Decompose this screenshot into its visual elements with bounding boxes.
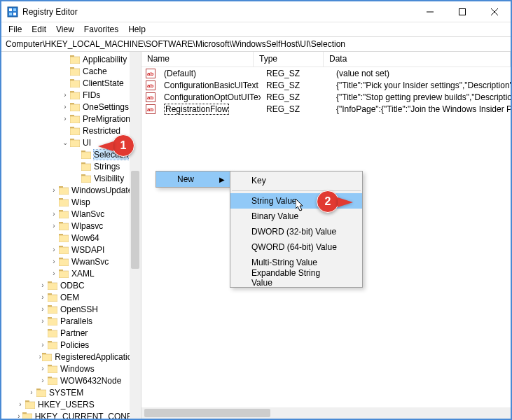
chevron-right-icon[interactable]: ›	[15, 412, 22, 419]
tree-node[interactable]: ›WwanSvc	[1, 255, 141, 267]
svg-rect-70	[22, 414, 32, 419]
context-menu-item[interactable]: Expandable String Value	[230, 270, 362, 286]
tree-vscrollbar[interactable]	[130, 52, 141, 419]
chevron-right-icon[interactable]: ›	[15, 400, 25, 408]
tree-node[interactable]: ›OneSettings	[1, 101, 141, 113]
value-data: {"InfoPage":{"Title":"Join the Windows I…	[331, 104, 511, 114]
chevron-right-icon[interactable]: ›	[38, 293, 48, 301]
tree-node[interactable]: ›PreMigration	[1, 113, 141, 125]
close-button[interactable]	[478, 1, 511, 22]
address-bar[interactable]: Computer\HKEY_LOCAL_MACHINE\SOFTWARE\Mic…	[1, 36, 511, 52]
tree-node[interactable]: ›FIDs	[1, 89, 141, 101]
chevron-right-icon[interactable]: ›	[60, 115, 70, 122]
tree-node[interactable]: ClientState	[1, 77, 141, 89]
chevron-right-icon[interactable]: ›	[49, 270, 59, 277]
chevron-right-icon[interactable]: ›	[60, 91, 70, 99]
tree-node-label: Windows	[60, 364, 95, 374]
tree-node-label: FIDs	[83, 90, 100, 100]
tree-node[interactable]: ›XAML	[1, 267, 141, 279]
context-submenu-new[interactable]: KeyString ValueBinary ValueDWORD (32-bit…	[230, 171, 363, 288]
value-row[interactable]: abConfigurationOptOutUITextREG_SZ{"Title…	[141, 91, 511, 103]
tree-node-label: OpenSSH	[60, 304, 98, 314]
tree-node[interactable]: ›ODBC	[1, 279, 141, 291]
chevron-right-icon[interactable]: ›	[38, 377, 48, 384]
tree-node[interactable]: ›OpenSSH	[1, 303, 141, 315]
minimize-button[interactable]	[414, 1, 446, 22]
chevron-right-icon[interactable]: ›	[49, 222, 59, 230]
context-menu-item[interactable]: DWORD (32-bit) Value	[230, 224, 362, 239]
menu-view[interactable]: View	[52, 23, 78, 36]
svg-rect-48	[48, 283, 57, 290]
tree-node[interactable]: Wow64	[1, 232, 141, 244]
tree-node-label: WindowsUpdate	[71, 186, 132, 195]
tree-node[interactable]: ›HKEY_USERS	[1, 398, 141, 410]
folder-icon	[48, 365, 57, 373]
chevron-right-icon[interactable]: ›	[38, 281, 48, 289]
column-name[interactable]: Name	[141, 52, 254, 66]
menu-favorites[interactable]: Favorites	[80, 23, 123, 36]
tree-node[interactable]: ›SYSTEM	[1, 386, 141, 398]
chevron-down-icon[interactable]: ⌄	[60, 139, 70, 146]
menu-edit[interactable]: Edit	[27, 23, 50, 36]
tree-node[interactable]: ›HKEY_CURRENT_CONFIG	[1, 410, 141, 419]
svg-rect-50	[48, 295, 57, 302]
tree-node[interactable]: ›WSDAPI	[1, 244, 141, 255]
tree-node[interactable]: Partner	[1, 327, 141, 339]
value-row[interactable]: ab(Default)REG_SZ(value not set)	[141, 67, 511, 79]
tree-node[interactable]: ›OEM	[1, 291, 141, 303]
tree-node-label: Policies	[60, 340, 89, 350]
scrollbar-thumb[interactable]	[144, 409, 270, 417]
tree-node[interactable]: ›Policies	[1, 339, 141, 351]
tree-node[interactable]: Applicability	[1, 53, 141, 65]
chevron-right-icon[interactable]: ›	[49, 210, 59, 218]
tree-node[interactable]: Strings	[1, 160, 141, 172]
menu-file[interactable]: File	[4, 23, 26, 36]
tree-node[interactable]: Wisp	[1, 196, 141, 208]
svg-text:ab: ab	[147, 83, 153, 89]
tree-node-label: Parallels	[60, 316, 92, 326]
value-data: {"Title":"Stop getting preview builds","…	[331, 92, 511, 102]
context-menu-new[interactable]: New ▶	[156, 172, 230, 187]
svg-rect-68	[25, 402, 35, 409]
menu-help[interactable]: Help	[124, 23, 150, 36]
chevron-right-icon[interactable]: ›	[49, 258, 59, 265]
svg-text:ab: ab	[147, 94, 153, 101]
value-row[interactable]: abRegistrationFlowREG_SZ{"InfoPage":{"Ti…	[141, 103, 511, 115]
tree-node[interactable]: ›WlanSvc	[1, 208, 141, 220]
callout-2: 2	[317, 190, 339, 213]
context-menu-item[interactable]: Key	[230, 173, 362, 188]
context-menu[interactable]: New ▶	[155, 171, 231, 188]
tree-node-label: HKEY_USERS	[38, 400, 95, 410]
tree-node[interactable]: ›Wlpasvc	[1, 220, 141, 232]
context-menu-item[interactable]: QWORD (64-bit) Value	[230, 239, 362, 255]
tree-node[interactable]: Visibility	[1, 172, 141, 184]
chevron-right-icon[interactable]: ›	[49, 186, 59, 194]
tree-node[interactable]: ›RegisteredApplications	[1, 351, 141, 363]
maximize-button[interactable]	[446, 1, 478, 22]
scrollbar-thumb[interactable]	[131, 171, 139, 269]
chevron-right-icon[interactable]: ›	[49, 246, 59, 253]
svg-rect-38	[59, 223, 69, 230]
value-data: {"Title":"Pick your Insider settings","D…	[331, 80, 511, 90]
tree-node[interactable]: ›WindowsUpdate	[1, 184, 141, 196]
column-data[interactable]: Data	[324, 52, 511, 66]
content-area: ApplicabilityCacheClientState›FIDs›OneSe…	[1, 52, 511, 419]
folder-icon	[59, 270, 69, 278]
tree-node[interactable]: ›WOW6432Node	[1, 374, 141, 386]
tree-node[interactable]: ›Parallels	[1, 315, 141, 327]
chevron-right-icon[interactable]: ›	[38, 365, 48, 372]
tree-node[interactable]: Cache	[1, 65, 141, 77]
tree-pane[interactable]: ApplicabilityCacheClientState›FIDs›OneSe…	[1, 52, 141, 419]
chevron-right-icon[interactable]: ›	[60, 103, 70, 111]
column-type[interactable]: Type	[254, 52, 324, 66]
value-row[interactable]: abConfigurationBasicUITextREG_SZ{"Title"…	[141, 79, 511, 91]
chevron-right-icon[interactable]: ›	[38, 317, 48, 325]
chevron-right-icon[interactable]: ›	[38, 305, 48, 313]
tree-node-label: WSDAPI	[71, 245, 104, 255]
folder-icon	[59, 210, 69, 218]
svg-rect-1	[9, 8, 12, 11]
chevron-right-icon[interactable]: ›	[27, 388, 36, 396]
list-hscrollbar[interactable]	[141, 407, 511, 419]
tree-node[interactable]: ›Windows	[1, 363, 141, 374]
chevron-right-icon[interactable]: ›	[38, 341, 48, 349]
